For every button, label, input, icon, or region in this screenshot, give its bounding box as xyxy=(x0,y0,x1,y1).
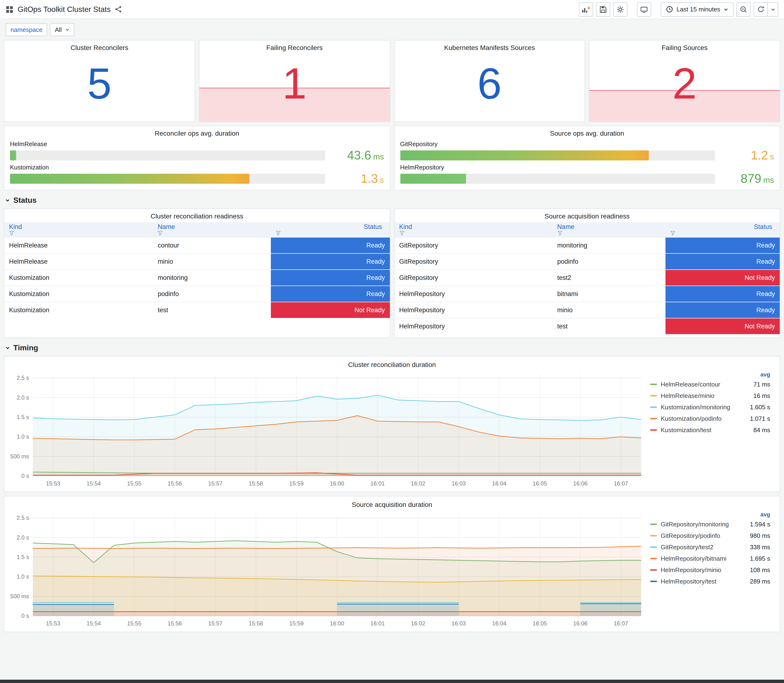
gauge-panel-title: Reconciler ops avg. duration xyxy=(10,126,384,138)
svg-text:1.0 s: 1.0 s xyxy=(17,573,29,580)
legend-item[interactable]: GitRepository/monitoring1.594 s xyxy=(650,518,770,530)
svg-text:1.0 s: 1.0 s xyxy=(17,433,29,440)
svg-text:15:56: 15:56 xyxy=(168,620,182,627)
filter-icon[interactable] xyxy=(9,231,148,236)
series-name: HelmRepository/minio xyxy=(661,566,750,573)
table-row: KustomizationtestNot Ready xyxy=(4,302,390,318)
stat-panel-2: Failing Reconcilers1 xyxy=(199,40,390,122)
legend-item[interactable]: Kustomization/monitoring1.605 s xyxy=(650,401,770,413)
column-header-status[interactable]: Status xyxy=(271,222,390,237)
status-cell: Ready xyxy=(665,285,780,302)
add-panel-button[interactable] xyxy=(579,2,593,16)
filter-icon[interactable] xyxy=(670,231,775,236)
status-badge: Ready xyxy=(665,237,780,253)
table-row: HelmRepositorybitnamiReady xyxy=(394,285,780,302)
status-cell: Ready xyxy=(665,253,780,269)
section-label: Status xyxy=(13,196,37,205)
table-panels-row: Cluster reconciliation readinessKindName… xyxy=(4,208,780,338)
column-header-status[interactable]: Status xyxy=(665,222,780,237)
svg-text:15:59: 15:59 xyxy=(289,480,304,487)
column-header-name[interactable]: Name xyxy=(153,222,271,237)
chart-legend: avgHelmRelease/contour71 msHelmRelease/m… xyxy=(648,369,776,490)
legend-item[interactable]: HelmRepository/test289 ms xyxy=(650,576,770,587)
table-cell: HelmRepository xyxy=(394,285,552,302)
time-series-plot[interactable]: 15:5315:5415:5515:5615:5715:5815:5916:00… xyxy=(8,369,648,490)
filter-icon[interactable] xyxy=(158,231,266,236)
svg-text:16:06: 16:06 xyxy=(573,620,587,627)
svg-text:15:57: 15:57 xyxy=(208,620,223,627)
table-panel-title: Source acquisition readiness xyxy=(394,209,780,221)
bar-gauge-unit: ms xyxy=(763,176,774,185)
svg-text:16:02: 16:02 xyxy=(411,620,425,627)
legend-item[interactable]: HelmRepository/bitnami1.695 s xyxy=(650,553,770,564)
filter-icon[interactable] xyxy=(276,231,385,236)
status-badge: Ready xyxy=(271,237,390,253)
legend-item[interactable]: Kustomization/podinfo1.071 s xyxy=(650,413,770,424)
column-header-kind[interactable]: Kind xyxy=(394,222,552,237)
chart-panel-2: Source acquisition duration 15:5315:5415… xyxy=(4,496,780,632)
column-header-label: Status xyxy=(364,223,382,231)
svg-text:16:03: 16:03 xyxy=(452,620,466,627)
table-cell: GitRepository xyxy=(394,269,552,285)
refresh-interval-dropdown[interactable] xyxy=(768,2,778,16)
section-row-status[interactable]: Status xyxy=(5,196,779,205)
legend-item[interactable]: HelmRelease/minio16 ms xyxy=(650,390,770,401)
table-cell: HelmRepository xyxy=(394,318,552,334)
stat-panels-row: Cluster Reconcilers5Failing Reconcilers1… xyxy=(4,40,780,122)
time-series-plot[interactable]: 15:5315:5415:5515:5615:5715:5815:5916:00… xyxy=(8,509,648,630)
variable-namespace-label[interactable]: namespace xyxy=(6,23,47,36)
legend-item[interactable]: GitRepository/test2338 ms xyxy=(650,541,770,553)
status-cell: Ready xyxy=(271,269,390,285)
variable-namespace-select[interactable]: All xyxy=(50,23,74,36)
status-badge: Ready xyxy=(665,286,780,301)
chevron-down-icon xyxy=(723,7,728,12)
legend-item[interactable]: HelmRepository/minio108 ms xyxy=(650,564,770,576)
svg-text:16:07: 16:07 xyxy=(614,480,628,487)
legend-item[interactable]: HelmRelease/contour71 ms xyxy=(650,378,770,390)
status-badge: Ready xyxy=(271,286,390,301)
bar-gauge-value: 879ms xyxy=(721,172,774,185)
gauge-row: Kustomization1.3s xyxy=(10,164,384,185)
series-color-swatch xyxy=(650,535,657,536)
svg-text:0 s: 0 s xyxy=(21,473,29,479)
section-row-timing[interactable]: Timing xyxy=(5,344,779,352)
stat-value: 5 xyxy=(4,52,195,121)
svg-text:16:05: 16:05 xyxy=(533,620,547,627)
column-header-name[interactable]: Name xyxy=(552,222,665,237)
refresh-button[interactable] xyxy=(754,2,768,16)
svg-text:15:58: 15:58 xyxy=(249,480,263,487)
svg-text:16:01: 16:01 xyxy=(370,480,385,487)
column-header-kind[interactable]: Kind xyxy=(4,222,153,237)
apps-grid-icon[interactable] xyxy=(6,5,13,13)
time-range-picker[interactable]: Last 15 minutes xyxy=(661,2,734,16)
dashboard-settings-button[interactable] xyxy=(613,2,627,16)
table-row: HelmReleaseminioReady xyxy=(4,253,390,269)
chevron-down-icon xyxy=(770,7,775,12)
svg-text:2.0 s: 2.0 s xyxy=(17,534,29,541)
zoom-out-time-button[interactable] xyxy=(736,2,751,16)
series-avg-value: 71 ms xyxy=(753,380,770,388)
bar-gauge-unit: s xyxy=(380,176,384,185)
share-icon[interactable] xyxy=(115,6,122,13)
filter-icon[interactable] xyxy=(557,231,661,236)
gauge-panels-row: Reconciler ops avg. durationHelmRelease4… xyxy=(4,126,780,191)
series-name: Kustomization/monitoring xyxy=(661,403,750,410)
series-name: GitRepository/test2 xyxy=(661,543,750,550)
svg-text:15:58: 15:58 xyxy=(249,620,263,627)
bar-gauge-value: 43.6ms xyxy=(330,149,384,161)
tv-mode-button[interactable] xyxy=(637,2,651,16)
legend-item[interactable]: GitRepository/podinfo980 ms xyxy=(650,530,770,541)
legend-item[interactable]: Kustomization/test84 ms xyxy=(650,424,770,436)
table-cell: bitnami xyxy=(552,285,665,302)
table-cell: GitRepository xyxy=(394,253,552,269)
chart-legend: avgGitRepository/monitoring1.594 sGitRep… xyxy=(648,509,776,630)
chart-title: Cluster reconciliation duration xyxy=(8,358,776,369)
filter-icon[interactable] xyxy=(399,231,548,236)
svg-text:16:04: 16:04 xyxy=(492,620,507,627)
save-dashboard-button[interactable] xyxy=(596,2,610,16)
gauge-panel-2: Source ops avg. durationGitRepository1.2… xyxy=(394,126,780,191)
series-name: HelmRepository/bitnami xyxy=(661,555,750,562)
legend-avg-header: avg xyxy=(650,511,770,518)
bar-gauge-fill xyxy=(10,150,16,160)
time-range-label: Last 15 minutes xyxy=(677,6,720,13)
